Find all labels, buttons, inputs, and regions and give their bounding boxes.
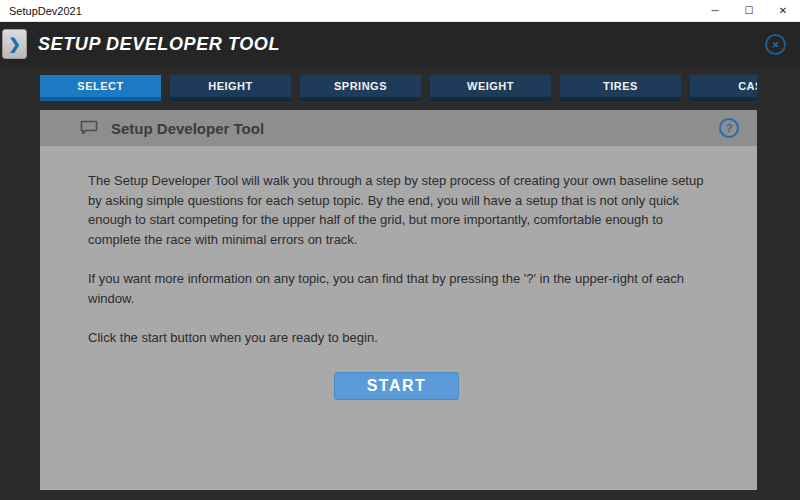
minimize-icon[interactable]: ─	[698, 0, 732, 21]
panel-body: The Setup Developer Tool will walk you t…	[40, 146, 757, 400]
window-title: SetupDev2021	[0, 5, 698, 17]
circle-close-icon[interactable]: ✕	[765, 34, 786, 55]
help-info-paragraph: If you want more information on any topi…	[88, 269, 705, 308]
start-button[interactable]: START	[334, 372, 460, 400]
help-icon[interactable]: ?	[719, 118, 739, 138]
tab-tires[interactable]: TIRES	[560, 75, 681, 101]
speech-bubble-icon	[80, 120, 98, 136]
tab-bar: SELECT HEIGHT SPRINGS WEIGHT TIRES CAS	[40, 75, 757, 101]
chevron-right-icon[interactable]: ❯	[2, 29, 27, 59]
tab-springs[interactable]: SPRINGS	[300, 75, 421, 101]
tab-select[interactable]: SELECT	[40, 75, 161, 101]
panel-header: Setup Developer Tool ?	[40, 110, 757, 146]
start-prompt-paragraph: Click the start button when you are read…	[88, 328, 705, 348]
app-title: SETUP DEVELOPER TOOL	[38, 34, 280, 55]
titlebar: SetupDev2021 ─ ☐ ✕	[0, 0, 800, 22]
maximize-icon[interactable]: ☐	[732, 0, 766, 21]
tab-weight[interactable]: WEIGHT	[430, 75, 551, 101]
tab-cas[interactable]: CAS	[690, 75, 757, 101]
main-panel: Setup Developer Tool ? The Setup Develop…	[40, 110, 757, 490]
panel-title: Setup Developer Tool	[111, 120, 264, 137]
start-button-row: START	[88, 372, 705, 400]
tab-height[interactable]: HEIGHT	[170, 75, 291, 101]
window-controls: ─ ☐ ✕	[698, 0, 800, 21]
close-icon[interactable]: ✕	[766, 0, 800, 21]
app-header: ❯ SETUP DEVELOPER TOOL ✕	[0, 22, 800, 67]
intro-paragraph: The Setup Developer Tool will walk you t…	[88, 171, 705, 249]
